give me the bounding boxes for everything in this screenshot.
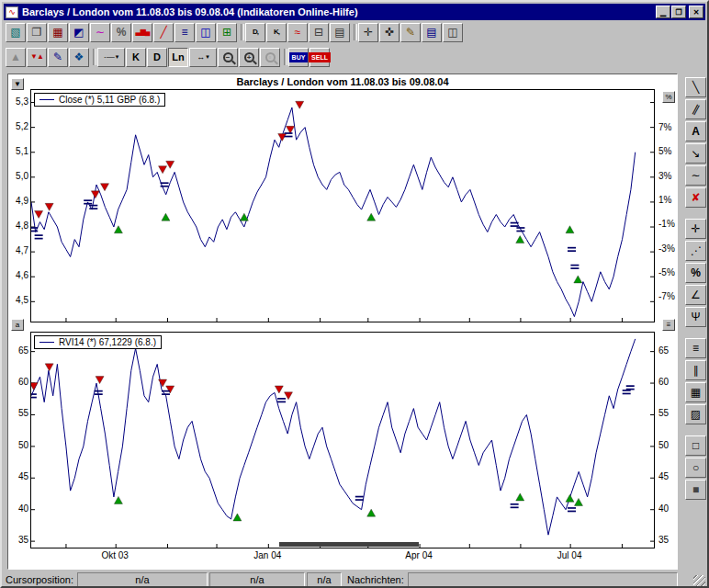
text-tool[interactable]: A [685, 121, 706, 141]
percent-view-icon[interactable]: % [111, 23, 131, 42]
scroll-mode-dropdown[interactable]: ↔▾ [189, 48, 217, 67]
buy-button[interactable]: BUY [288, 48, 309, 67]
percent-view-icon: % [117, 27, 127, 38]
position-marker [31, 231, 38, 232]
move-view-icon[interactable]: ✜ [379, 23, 400, 42]
grid-chart-icon[interactable]: ⊞ [217, 23, 237, 42]
mountain-chart-icon[interactable]: ▲ [6, 48, 26, 67]
indicator-overlay-icon[interactable]: ≈ [287, 23, 308, 42]
data-table-icon[interactable]: ⊟ [309, 23, 329, 42]
edit-objects-icon: ✎ [53, 51, 62, 62]
zoom-in-button[interactable]: + [239, 48, 259, 67]
position-marker [355, 496, 364, 498]
kurs-data-icon[interactable]: K, [266, 23, 287, 42]
vertical-grid-tool[interactable]: ∥ [685, 360, 706, 380]
zoom-out-button[interactable]: − [218, 48, 238, 67]
legend-line-sample [39, 342, 54, 343]
log-scale-toggle-button[interactable]: Ln [168, 48, 188, 67]
parallel-lines-tool[interactable]: ∥ [685, 99, 706, 119]
indicator-panel[interactable]: RVI14 (*) 67,1229 (6.8.) [30, 332, 655, 548]
annotation-pencil-icon[interactable]: ✎ [400, 23, 421, 42]
pitchfork-tool[interactable]: Ψ [685, 307, 706, 327]
volume-bars-icon[interactable]: ▃▆▄ [132, 23, 152, 42]
y-axis-label: 55 [9, 408, 28, 418]
chart-settings-icon[interactable]: ❖ [69, 48, 89, 67]
y-axis-label: 60 [658, 377, 678, 387]
tile-windows-icon[interactable]: ◫ [443, 23, 463, 42]
panel-a-button[interactable]: a [11, 319, 24, 331]
intraday-chart-icon: ∼ [96, 27, 105, 38]
sell-marker [159, 379, 167, 387]
ellipse-tool[interactable]: ○ [685, 458, 706, 478]
fibonacci-tool[interactable]: ⋰ [685, 241, 706, 261]
titlebar[interactable]: ∿ Barclays / London vom 11.08.03 bis 09.… [4, 4, 705, 20]
panel-menu-button[interactable]: ≡ [662, 319, 675, 331]
indicator-plot[interactable] [31, 333, 654, 548]
intraday-chart-icon[interactable]: ∼ [90, 23, 110, 42]
y-axis-label: 60 [9, 377, 28, 387]
line-style-dropdown[interactable]: ·—▾ [97, 48, 125, 67]
restore-button[interactable]: ❐ [671, 6, 686, 18]
filled-rectangle-tool[interactable]: ■ [685, 480, 706, 500]
arrow-tool[interactable]: ↘ [685, 143, 706, 164]
close-button[interactable]: ✕ [689, 6, 703, 18]
hatch-tool[interactable]: ▨ [685, 404, 706, 424]
delete-drawing-tool[interactable]: ✘ [685, 187, 706, 208]
y-axis-label: 4,8 [9, 220, 28, 231]
chart-toolbar: ▲▼▲✎❖·—▾KDLn↔▾−+▫BUYSELL [4, 45, 332, 69]
sell-marker [31, 383, 38, 390]
price-panel[interactable]: Close (*) 5,11 GBP (6.8.) [30, 89, 655, 322]
volume-bars-icon: ▃▆▄ [136, 28, 150, 36]
collapse-panel-button[interactable]: ▼ [11, 78, 24, 90]
percent-lines-tool[interactable]: % [685, 263, 706, 283]
h-scrollbar-thumb[interactable] [279, 542, 419, 547]
position-marker [355, 499, 364, 501]
resize-grip[interactable] [693, 575, 705, 587]
line-tool[interactable]: ╲ [685, 77, 706, 97]
wave-tool[interactable]: ∼ [685, 165, 706, 186]
y-axis-label: 50 [658, 440, 678, 450]
position-marker [31, 393, 37, 395]
portfolio-icon[interactable]: ◩ [69, 23, 89, 42]
candle-toggle-button[interactable]: K [126, 48, 146, 67]
position-marker [161, 182, 169, 184]
crosshair-icon[interactable]: ✛ [358, 23, 378, 42]
percent-axis-button[interactable]: % [662, 91, 675, 103]
sell-marker [45, 203, 53, 210]
y-axis-label: 1% [658, 195, 681, 205]
statusbar: Cursorposition: n/a n/a n/a Nachrichten: [4, 572, 709, 588]
buy-sell-signals-icon[interactable]: ▼▲ [27, 48, 47, 67]
chart-template-icon[interactable]: ▧ [6, 23, 26, 42]
price-plot[interactable] [31, 90, 654, 322]
chevron-down-icon: ▾ [116, 53, 119, 61]
trend-line-icon[interactable]: ╱ [153, 23, 174, 42]
database-icon[interactable]: ◫ [196, 23, 216, 42]
sell-marker [45, 364, 53, 371]
daily-data-icon[interactable]: D, [245, 23, 265, 42]
database-icon: ◫ [200, 27, 210, 38]
trend-channel-tool[interactable]: ∠ [685, 285, 706, 305]
copy-icon[interactable]: ❐ [27, 23, 47, 42]
rectangle-tool[interactable]: □ [685, 435, 706, 456]
position-marker [84, 203, 92, 205]
toolbar-separator [90, 48, 96, 66]
zoom-range-button[interactable]: ▫ [260, 48, 280, 67]
buy-marker [516, 493, 524, 501]
report-icon[interactable]: ≡ [174, 23, 195, 42]
crosshair-tool[interactable]: ✛ [685, 219, 706, 239]
securities-list-icon[interactable]: ▦ [48, 23, 68, 42]
position-marker [89, 205, 97, 207]
buy-marker [367, 213, 376, 220]
edit-objects-icon[interactable]: ✎ [48, 48, 68, 67]
horizontal-grid-tool[interactable]: ≡ [685, 338, 706, 358]
quote-page-icon[interactable]: ▤ [330, 23, 350, 42]
y-axis-label: 5,0 [9, 171, 28, 181]
notes-icon[interactable]: ▤ [422, 23, 442, 42]
sell-button[interactable]: SELL [309, 48, 330, 67]
x-axis-label: Jan 04 [253, 550, 281, 560]
data-table-icon: ⊟ [314, 27, 323, 38]
daily-toggle-button[interactable]: D [147, 48, 167, 67]
securities-list-icon: ▦ [52, 27, 62, 38]
grid-tool[interactable]: ▦ [685, 382, 706, 402]
minimize-button[interactable]: ▁ [656, 6, 670, 18]
